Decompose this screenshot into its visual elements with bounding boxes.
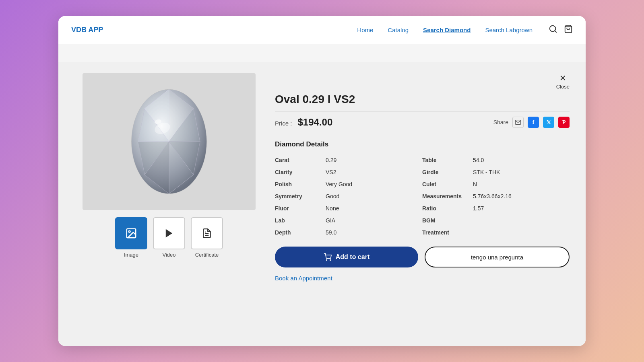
share-section: Share f 𝕏 P [493,117,570,128]
image-thumbnail-button[interactable] [115,217,147,249]
details-left-col: Carat 0.29 Clarity VS2 Polish Very Good [275,154,422,239]
price-label: Price : [275,120,292,127]
detail-fluor: Fluor None [275,202,422,214]
share-email-button[interactable] [512,117,524,128]
detail-symmetry: Symmetry Good [275,190,422,202]
detail-culet: Culet N [422,178,570,190]
svg-point-19 [326,260,327,261]
detail-treatment: Treatment [422,226,570,239]
nav-search-diamond[interactable]: Search Diamond [423,27,471,33]
details-section-title: Diamond Details [275,140,570,148]
detail-polish: Polish Very Good [275,178,422,190]
certificate-label: Certificate [195,252,219,258]
nav-icons [549,25,573,35]
price-row: Price : $194.00 Share f 𝕏 P [275,111,570,133]
svg-point-20 [330,260,331,261]
close-x-icon: ✕ [559,73,566,83]
nav-home[interactable]: Home [357,27,373,33]
svg-point-16 [129,231,130,232]
browser-window: VDB APP Home Catalog Search Diamond Sear… [58,16,586,346]
diamond-title: Oval 0.29 I VS2 [275,93,570,106]
close-label: Close [556,84,570,90]
cart-icon [324,253,332,261]
main-content: Image Video Certificate [58,62,586,346]
share-twitter-button[interactable]: 𝕏 [543,117,554,128]
detail-carat: Carat 0.29 [275,154,422,166]
search-icon-button[interactable] [549,25,557,35]
left-column: Image Video Certificate [83,73,256,338]
thumbnails-row: Image Video Certificate [115,217,223,258]
price-value: $194.00 [298,117,333,128]
action-row: Add to cart tengo una pregunta [275,247,570,267]
share-pinterest-button[interactable]: P [558,117,570,128]
detail-girdle: Girdle STK - THK [422,166,570,178]
thumb-image: Image [115,217,147,258]
appointment-link[interactable]: Book an Appointment [275,275,570,282]
right-column: ✕ Close Oval 0.29 I VS2 Price : $194.00 … [275,73,570,338]
nav-links: Home Catalog Search Diamond Search Labgr… [357,27,533,33]
navbar: VDB APP Home Catalog Search Diamond Sear… [58,16,586,44]
detail-table: Table 54.0 [422,154,570,166]
app-logo: VDB APP [71,26,103,34]
nav-catalog[interactable]: Catalog [388,27,409,33]
nav-search-labgrown[interactable]: Search Labgrown [485,27,533,33]
diamond-image [83,73,256,210]
detail-measurements: Measurements 5.76x3.66x2.16 [422,190,570,202]
detail-lab: Lab GIA [275,214,422,226]
video-thumbnail-button[interactable] [153,217,185,249]
detail-panel: Image Video Certificate [58,62,586,346]
add-to-cart-button[interactable]: Add to cart [275,247,418,267]
video-label: Video [162,252,175,258]
thumb-video: Video [153,217,185,258]
detail-ratio: Ratio 1.57 [422,202,570,214]
thumb-certificate: Certificate [191,217,223,258]
certificate-thumbnail-button[interactable] [191,217,223,249]
close-button[interactable]: ✕ Close [556,73,570,90]
image-label: Image [124,252,138,258]
detail-bgm: BGM [422,214,570,226]
details-right-col: Table 54.0 Girdle STK - THK Culet N Me [422,154,570,239]
diamond-illustration [125,81,213,202]
details-grid: Carat 0.29 Clarity VS2 Polish Very Good [275,154,570,239]
share-label: Share [493,119,508,125]
price-section: Price : $194.00 [275,117,332,128]
detail-clarity: Clarity VS2 [275,166,422,178]
svg-line-1 [555,31,556,32]
detail-depth: Depth 59.0 [275,226,422,239]
share-facebook-button[interactable]: f [528,117,539,128]
cart-icon-button[interactable] [564,25,573,35]
sub-header [58,44,586,62]
question-button[interactable]: tengo una pregunta [425,247,570,267]
